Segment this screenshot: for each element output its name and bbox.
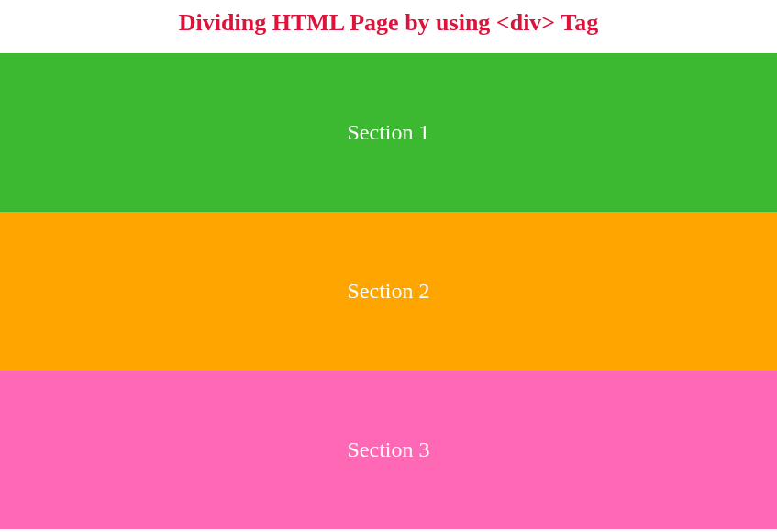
sections-container: Section 1 Section 2 Section 3 xyxy=(0,53,777,529)
section-2: Section 2 xyxy=(0,212,777,371)
section-2-label: Section 2 xyxy=(348,279,430,304)
page-title: Dividing HTML Page by using <div> Tag xyxy=(0,0,777,53)
section-3: Section 3 xyxy=(0,371,777,529)
section-3-label: Section 3 xyxy=(348,438,430,462)
section-1: Section 1 xyxy=(0,53,777,212)
section-1-label: Section 1 xyxy=(348,120,430,145)
